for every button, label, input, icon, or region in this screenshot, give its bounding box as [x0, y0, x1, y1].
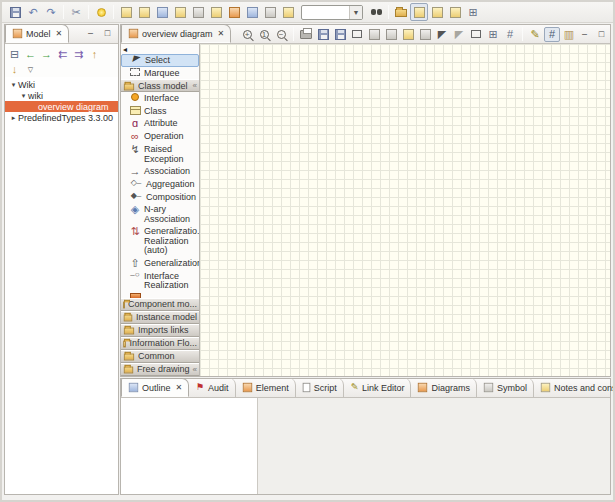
- tab-script[interactable]: Script: [296, 378, 344, 397]
- model-tool-button-10[interactable]: [279, 3, 297, 21]
- minimize-icon[interactable]: –: [578, 29, 591, 40]
- palette-section-information-flow[interactable]: Information Flo...: [121, 337, 199, 350]
- save-button[interactable]: [6, 3, 24, 21]
- export-image-button[interactable]: [332, 27, 348, 42]
- toggle-view-button-1[interactable]: [410, 3, 428, 21]
- select-mode-button[interactable]: ◤: [434, 27, 450, 42]
- redo-button[interactable]: ↷: [42, 3, 60, 21]
- diagram-canvas[interactable]: [200, 44, 610, 376]
- open-folder-button[interactable]: [392, 3, 410, 21]
- tab-model[interactable]: Model ✕: [5, 24, 69, 43]
- palette-tool-select[interactable]: ◤ Select: [121, 54, 199, 67]
- palette-section-component-model[interactable]: Component mo...: [121, 298, 199, 311]
- chevron-down-icon[interactable]: ▼: [349, 6, 362, 19]
- snap-grid-button[interactable]: #: [544, 27, 560, 42]
- model-tool-button-7[interactable]: [225, 3, 243, 21]
- palette-item-operation[interactable]: ∞ Operation: [121, 130, 199, 143]
- minimize-icon[interactable]: –: [84, 27, 97, 38]
- palette-collapse-button[interactable]: ◂: [121, 44, 199, 54]
- tree-row-overview-diagram[interactable]: overview diagram: [5, 101, 118, 112]
- tree-expanded-icon[interactable]: ▾: [9, 81, 18, 89]
- tree-expanded-icon[interactable]: ▾: [19, 92, 28, 100]
- search-combo[interactable]: ▼: [301, 5, 363, 20]
- hash-grid-button[interactable]: #: [502, 27, 518, 42]
- view-menu-button[interactable]: ▽: [23, 62, 38, 76]
- tab-overview-diagram[interactable]: overview diagram ✕: [121, 24, 231, 43]
- search-combo-input[interactable]: [302, 6, 349, 19]
- palette-section-common[interactable]: Common: [121, 350, 199, 363]
- fit-frame-button[interactable]: [468, 27, 484, 42]
- collapse-all-button[interactable]: ⊟: [7, 47, 22, 61]
- zoom-in-button[interactable]: +: [239, 27, 255, 42]
- tab-notes-and-constraints[interactable]: Notes and constraints: [534, 378, 615, 397]
- tab-element[interactable]: Element: [236, 378, 296, 397]
- zoom-out-button[interactable]: −: [273, 27, 289, 42]
- maximize-icon[interactable]: □: [595, 29, 608, 40]
- model-tool-button-2[interactable]: [135, 3, 153, 21]
- cut-button[interactable]: ✂: [67, 3, 85, 21]
- tree-row-wiki-child[interactable]: ▾ wiki: [5, 90, 118, 101]
- grid-view-button[interactable]: ⊞: [464, 3, 482, 21]
- tree-collapsed-icon[interactable]: ▸: [9, 114, 18, 122]
- palette-item-nary-association[interactable]: ◈ N-ary Association: [121, 203, 199, 225]
- search-button[interactable]: [367, 3, 385, 21]
- diagram-tool-button-2[interactable]: [383, 27, 399, 42]
- palette-item-interface-realization[interactable]: –○ Interface Realization: [121, 270, 199, 292]
- palette-item-composition[interactable]: ◆– Composition: [121, 191, 199, 204]
- palette-item-interface[interactable]: Interface: [121, 92, 199, 105]
- pin-icon[interactable]: «: [193, 365, 197, 374]
- pin-icon[interactable]: «: [193, 81, 197, 90]
- palette-item-aggregation[interactable]: ◇– Aggregation: [121, 178, 199, 191]
- tab-outline[interactable]: Outline ✕: [121, 378, 189, 397]
- close-icon[interactable]: ✕: [176, 383, 183, 392]
- diagram-tool-button-1[interactable]: [366, 27, 382, 42]
- show-grid-button[interactable]: ⊞: [485, 27, 501, 42]
- zoom-original-button[interactable]: 1: [256, 27, 272, 42]
- tree-row-wiki[interactable]: ▾ Wiki: [5, 79, 118, 90]
- outline-view-content[interactable]: [121, 398, 258, 494]
- close-icon[interactable]: ✕: [56, 29, 63, 38]
- model-tool-button-4[interactable]: [171, 3, 189, 21]
- tab-link-editor[interactable]: ✎ Link Editor: [344, 378, 412, 397]
- palette-item-rectangle[interactable]: Rectangle: [121, 376, 199, 377]
- model-tool-button-6[interactable]: [207, 3, 225, 21]
- move-up-button[interactable]: ↑: [87, 47, 102, 61]
- pan-mode-button[interactable]: ◤: [451, 27, 467, 42]
- palette-tool-marquee[interactable]: Marquee: [121, 67, 199, 80]
- undo-button[interactable]: ↶: [24, 3, 42, 21]
- tab-symbol[interactable]: Symbol: [477, 378, 534, 397]
- palette-item-attribute[interactable]: ɑ Attribute: [121, 117, 199, 130]
- diagram-tool-button-3[interactable]: [400, 27, 416, 42]
- page-bars-button[interactable]: ▥: [561, 27, 577, 42]
- hint-button[interactable]: [92, 3, 110, 21]
- diagram-tool-button-4[interactable]: [417, 27, 433, 42]
- nav-forward-button[interactable]: →: [39, 47, 54, 61]
- selection-frame-button[interactable]: [349, 27, 365, 42]
- palette-item-class[interactable]: Class: [121, 105, 199, 118]
- toggle-view-button-3[interactable]: [446, 3, 464, 21]
- save-image-button[interactable]: [315, 27, 331, 42]
- pencil-button[interactable]: ✎: [527, 27, 543, 42]
- model-tool-button-8[interactable]: [243, 3, 261, 21]
- model-tool-button-3[interactable]: [153, 3, 171, 21]
- prev-reference-button[interactable]: ⇇: [55, 47, 70, 61]
- tab-audit[interactable]: ⚑ Audit: [189, 378, 235, 397]
- toggle-view-button-2[interactable]: [428, 3, 446, 21]
- palette-item-generalization[interactable]: ⇧ Generalization: [121, 257, 199, 270]
- palette-section-instance-model[interactable]: Instance model: [121, 311, 199, 324]
- nav-back-button[interactable]: ←: [23, 47, 38, 61]
- model-tool-button-5[interactable]: [189, 3, 207, 21]
- move-down-button[interactable]: ↓: [7, 62, 22, 76]
- tab-diagrams[interactable]: Diagrams: [411, 378, 477, 397]
- palette-item-association[interactable]: → Association: [121, 165, 199, 178]
- palette-section-imports-links[interactable]: Imports links: [121, 324, 199, 337]
- print-button[interactable]: [298, 27, 314, 42]
- next-reference-button[interactable]: ⇉: [71, 47, 86, 61]
- model-tool-button-9[interactable]: [261, 3, 279, 21]
- palette-section-free-drawing[interactable]: Free drawing «: [121, 363, 199, 376]
- palette-item-raised-exception[interactable]: ↯ Raised Exception: [121, 143, 199, 165]
- close-icon[interactable]: ✕: [218, 29, 225, 38]
- model-tool-button-1[interactable]: [117, 3, 135, 21]
- palette-item-generalization-auto[interactable]: ⇅ Generalizatio... Realization (auto): [121, 225, 199, 257]
- tree-row-predefinedtypes[interactable]: ▸ PredefinedTypes 3.3.00: [5, 112, 118, 123]
